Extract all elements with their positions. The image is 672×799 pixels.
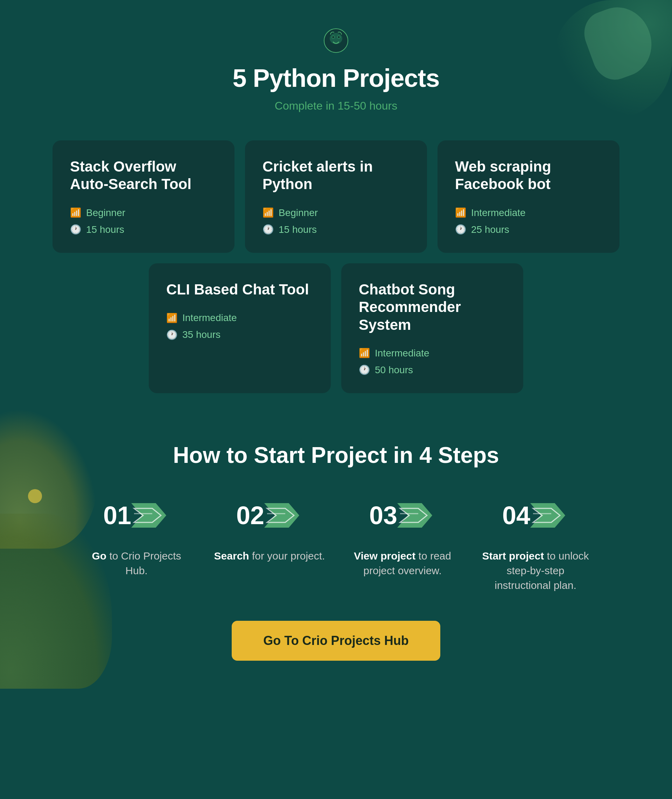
clock-icon-2: 🕐: [455, 224, 466, 235]
step-number-4: 04: [502, 503, 530, 528]
page-subtitle: Complete in 15-50 hours: [0, 99, 672, 112]
project-card-chatbot[interactable]: Chatbot Song Recommender System 📶 Interm…: [341, 263, 523, 393]
projects-row-bottom: CLI Based Chat Tool 📶 Intermediate 🕐 35 …: [42, 263, 630, 393]
project-level-1: 📶 Beginner: [262, 207, 410, 218]
step-number-arrow-4: 04: [502, 496, 569, 535]
project-card-stackoverflow[interactable]: Stack Overflow Auto-Search Tool 📶 Beginn…: [53, 140, 235, 253]
project-level-3: 📶 Intermediate: [166, 312, 313, 323]
step-text-2: Search for your project.: [214, 549, 325, 564]
projects-section: Stack Overflow Auto-Search Tool 📶 Beginn…: [0, 133, 672, 421]
step-bold-1: Go: [92, 550, 106, 562]
step-number-2: 02: [236, 503, 264, 528]
project-meta-1: 📶 Beginner 🕐 15 hours: [262, 207, 410, 235]
project-meta-3: 📶 Intermediate 🕐 35 hours: [166, 312, 313, 340]
project-title-2: Web scraping Facebook bot: [455, 158, 602, 193]
step-arrow-icon-4: [527, 496, 569, 535]
step-item-2: 02 Search for your project.: [213, 496, 325, 593]
project-hours-2: 🕐 25 hours: [455, 224, 602, 235]
step-number-3: 03: [369, 503, 397, 528]
step-arrow-icon-1: [128, 496, 170, 535]
bar-chart-icon-2: 📶: [455, 207, 466, 218]
projects-row-top: Stack Overflow Auto-Search Tool 📶 Beginn…: [42, 140, 630, 253]
clock-icon-0: 🕐: [70, 224, 81, 235]
step-bold-4: Start project: [482, 550, 544, 562]
page-wrapper: 5 Python Projects Complete in 15-50 hour…: [0, 0, 672, 689]
bar-chart-icon-0: 📶: [70, 207, 81, 218]
step-arrow-icon-2: [261, 496, 303, 535]
cta-button[interactable]: Go To Crio Projects Hub: [232, 621, 440, 661]
step-number-arrow-2: 02: [236, 496, 303, 535]
project-title-0: Stack Overflow Auto-Search Tool: [70, 158, 217, 193]
project-card-webscraping[interactable]: Web scraping Facebook bot 📶 Intermediate…: [437, 140, 619, 253]
project-hours-0: 🕐 15 hours: [70, 224, 217, 235]
crio-logo: [323, 28, 349, 53]
svg-point-5: [338, 37, 340, 38]
step-text-1: Go to Crio Projects Hub.: [80, 549, 192, 578]
project-hours-4: 🕐 50 hours: [359, 365, 506, 376]
bar-chart-icon-4: 📶: [359, 347, 370, 359]
step-bold-2: Search: [214, 550, 249, 562]
svg-point-4: [333, 37, 334, 38]
step-number-1: 01: [103, 503, 131, 528]
project-title-3: CLI Based Chat Tool: [166, 281, 313, 298]
svg-point-1: [330, 33, 342, 44]
step-number-arrow-3: 03: [369, 496, 436, 535]
step-item-1: 01 Go to Crio Projects Hub.: [80, 496, 192, 593]
step-arrow-icon-3: [394, 496, 436, 535]
project-hours-3: 🕐 35 hours: [166, 329, 313, 340]
clock-icon-1: 🕐: [262, 224, 274, 235]
project-hours-1: 🕐 15 hours: [262, 224, 410, 235]
project-title-1: Cricket alerts in Python: [262, 158, 410, 193]
step-text-3: View project to read project overview.: [347, 549, 459, 578]
step-bold-3: View project: [354, 550, 416, 562]
project-meta-2: 📶 Intermediate 🕐 25 hours: [455, 207, 602, 235]
step-item-4: 04 Start project to unlock step-by-step …: [480, 496, 592, 593]
project-title-4: Chatbot Song Recommender System: [359, 281, 506, 334]
step-item-3: 03 View project to read project overview…: [347, 496, 459, 593]
steps-section: How to Start Project in 4 Steps 01 Go to…: [0, 421, 672, 689]
step-rest-1: to Crio Projects Hub.: [106, 550, 181, 576]
project-card-cli[interactable]: CLI Based Chat Tool 📶 Intermediate 🕐 35 …: [149, 263, 331, 393]
step-rest-2: for your project.: [249, 550, 325, 562]
step-number-arrow-1: 01: [103, 496, 170, 535]
project-level-0: 📶 Beginner: [70, 207, 217, 218]
header-section: 5 Python Projects Complete in 15-50 hour…: [0, 0, 672, 133]
project-level-4: 📶 Intermediate: [359, 347, 506, 359]
project-meta-0: 📶 Beginner 🕐 15 hours: [70, 207, 217, 235]
bar-chart-icon-3: 📶: [166, 313, 178, 323]
project-card-cricket[interactable]: Cricket alerts in Python 📶 Beginner 🕐 15…: [245, 140, 427, 253]
bar-chart-icon-1: 📶: [262, 207, 274, 218]
steps-row: 01 Go to Crio Projects Hub. 02: [28, 496, 644, 593]
project-level-2: 📶 Intermediate: [455, 207, 602, 218]
step-text-4: Start project to unlock step-by-step ins…: [480, 549, 592, 593]
steps-title: How to Start Project in 4 Steps: [28, 442, 644, 468]
project-meta-4: 📶 Intermediate 🕐 50 hours: [359, 347, 506, 376]
clock-icon-4: 🕐: [359, 365, 370, 375]
clock-icon-3: 🕐: [166, 330, 178, 340]
page-title: 5 Python Projects: [0, 64, 672, 93]
